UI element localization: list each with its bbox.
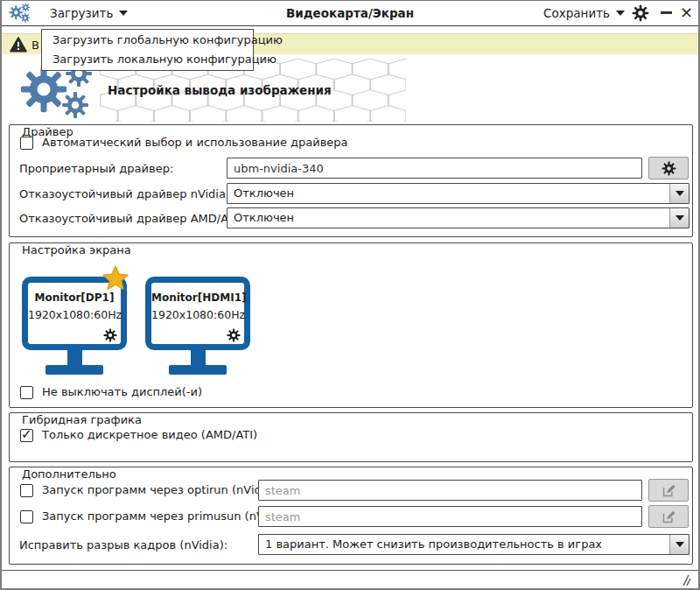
group-extra-legend: Дополнительно bbox=[18, 467, 121, 481]
monitor-mode: 1920x1080:60Hz bbox=[28, 308, 121, 321]
tearing-select[interactable]: 1 вариант. Может снизить производительно… bbox=[258, 534, 690, 555]
monitor-settings-gear-icon[interactable] bbox=[103, 328, 117, 342]
primusun-checkbox[interactable] bbox=[20, 510, 33, 523]
chevron-down-icon bbox=[119, 11, 128, 16]
failsafe-nvidia-label: Отказоустойчивый драйвер nVidia: bbox=[19, 187, 229, 201]
page-title: Настройка вывода изображения bbox=[108, 83, 332, 97]
combo-arrow-icon[interactable] bbox=[669, 208, 689, 228]
group-driver: Драйвер Автоматический выбор и использов… bbox=[9, 124, 693, 237]
optirun-row: Запуск программ через optirun (nVidia): bbox=[20, 483, 280, 497]
save-menu-label: Сохранить bbox=[543, 1, 610, 25]
auto-driver-checkbox[interactable] bbox=[20, 137, 33, 150]
discrete-only-label: Только дискретное видео (AMD/ATI) bbox=[42, 428, 257, 442]
primusun-label: Запуск программ через primusun (nVidia): bbox=[42, 509, 292, 523]
primusun-input[interactable] bbox=[258, 506, 642, 527]
proprietary-driver-label: Проприетарный драйвер: bbox=[19, 162, 173, 176]
monitor-base bbox=[46, 365, 103, 375]
save-menu-button[interactable]: Сохранить bbox=[543, 1, 625, 25]
failsafe-nvidia-value: Отключен bbox=[234, 184, 294, 203]
status-bar bbox=[2, 570, 698, 590]
checkmark-icon: ✓ bbox=[21, 426, 32, 442]
menu-item-load-global[interactable]: Загрузить глобальную конфигурацию bbox=[42, 31, 253, 50]
optirun-edit-button[interactable] bbox=[648, 479, 689, 502]
monitor-stand bbox=[67, 350, 82, 365]
failsafe-nvidia-select[interactable]: Отключен bbox=[227, 183, 690, 204]
group-extra: Дополнительно Запуск программ через opti… bbox=[9, 467, 693, 565]
optirun-input[interactable] bbox=[258, 480, 642, 501]
menu-item-load-local[interactable]: Загрузить локальную конфигурацию bbox=[42, 50, 253, 69]
monitor-stand bbox=[191, 350, 206, 365]
primary-star-icon bbox=[101, 264, 130, 294]
title-bar: Загрузить Видеокарта/Экран Сохранить × bbox=[2, 1, 698, 26]
monitor-base bbox=[169, 365, 227, 375]
monitor-mode: 1920x1080:60Hz bbox=[151, 308, 244, 321]
monitor-settings-gear-icon[interactable] bbox=[227, 328, 241, 342]
combo-arrow-icon[interactable] bbox=[669, 535, 689, 554]
discrete-only-checkbox[interactable]: ✓ bbox=[20, 429, 33, 442]
tearing-label: Исправить разрыв кадров (nVidia): bbox=[19, 538, 228, 552]
failsafe-amd-label: Отказоустойчивый драйвер AMD/ATI: bbox=[19, 212, 242, 226]
monitor-widget-hdmi1[interactable]: Monitor[HDMI1] 1920x1080:60Hz bbox=[145, 277, 250, 375]
failsafe-amd-select[interactable]: Отключен bbox=[227, 207, 690, 228]
resize-grip[interactable] bbox=[678, 574, 691, 586]
app-gears-icon bbox=[8, 3, 34, 25]
auto-driver-label: Автоматический выбор и использование дра… bbox=[42, 136, 348, 150]
monitor-screen: Monitor[HDMI1] 1920x1080:60Hz bbox=[145, 277, 250, 350]
load-dropdown-menu: Загрузить глобальную конфигурацию Загруз… bbox=[41, 29, 254, 71]
discrete-only-row: ✓ Только дискретное видео (AMD/ATI) bbox=[20, 428, 257, 442]
tearing-value: 1 вариант. Может снизить производительно… bbox=[265, 535, 602, 554]
load-menu-label: Загрузить bbox=[50, 1, 113, 25]
primusun-edit-button[interactable] bbox=[648, 505, 689, 528]
edit-pencil-icon bbox=[662, 509, 676, 524]
load-menu-button[interactable]: Загрузить bbox=[50, 1, 128, 25]
proprietary-driver-input[interactable] bbox=[227, 158, 642, 179]
primusun-row: Запуск программ через primusun (nVidia): bbox=[20, 509, 292, 523]
keep-display-on-label: Не выключать дисплей(-и) bbox=[42, 385, 202, 399]
failsafe-amd-value: Отключен bbox=[234, 208, 294, 228]
warning-triangle-icon bbox=[10, 37, 27, 53]
monitor-name: Monitor[HDMI1] bbox=[151, 291, 244, 304]
close-button[interactable]: × bbox=[680, 1, 693, 25]
group-screen-legend: Настройка экрана bbox=[18, 243, 136, 256]
group-hybrid-legend: Гибридная графика bbox=[18, 413, 146, 426]
optirun-label: Запуск программ через optirun (nVidia): bbox=[42, 483, 280, 497]
optirun-checkbox[interactable] bbox=[20, 484, 33, 497]
combo-arrow-icon[interactable] bbox=[669, 184, 689, 203]
edit-pencil-icon bbox=[662, 483, 676, 498]
warning-text: В bbox=[32, 39, 39, 52]
group-hybrid: Гибридная графика ✓ Только дискретное ви… bbox=[9, 412, 693, 462]
keep-display-on-row: Не выключать дисплей(-и) bbox=[20, 385, 202, 399]
auto-driver-checkbox-row: Автоматический выбор и использование дра… bbox=[20, 136, 348, 150]
keep-display-on-checkbox[interactable] bbox=[20, 386, 33, 399]
group-screen: Настройка экрана Monitor[DP1] 1920x1080:… bbox=[9, 242, 693, 408]
driver-settings-button[interactable] bbox=[648, 157, 689, 179]
minimize-button[interactable] bbox=[661, 11, 672, 14]
chevron-down-icon bbox=[616, 11, 625, 16]
settings-gear-icon[interactable] bbox=[632, 4, 649, 22]
